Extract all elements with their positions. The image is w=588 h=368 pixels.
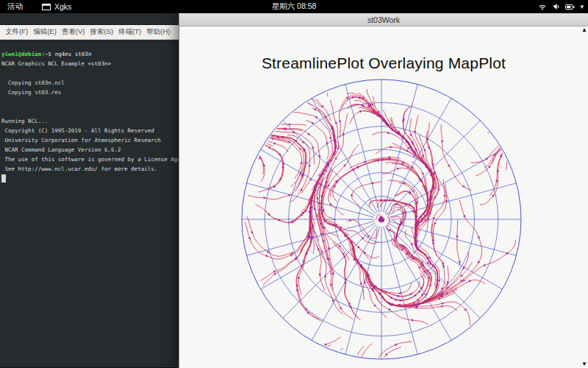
app-menu-button[interactable]: Xgks <box>42 2 71 11</box>
terminal-line <box>1 107 177 116</box>
plot-canvas: StreamlinePlot Overlaying MapPlot ▲ ▼ <box>179 26 588 368</box>
terminal-cursor <box>1 174 6 183</box>
streamline-map-plot <box>179 26 588 368</box>
terminal-line <box>1 97 177 107</box>
activities-button[interactable]: 活动 <box>7 1 23 12</box>
prompt-suffix: :~$ <box>41 51 51 57</box>
terminal-output[interactable]: yiwei@debian:~$ng4ex st03n NCAR Graphics… <box>0 40 179 367</box>
menu-search[interactable]: 搜索(S) <box>90 27 113 37</box>
terminal-line: University Corporation for Atmospheric R… <box>1 135 177 145</box>
app-menu-label: Xgks <box>54 2 71 11</box>
menu-terminal[interactable]: 终端(T) <box>118 27 141 37</box>
command-text: ng4ex st03n <box>55 51 92 57</box>
prompt-line: yiwei@debian:~$ng4ex st03n <box>1 49 177 59</box>
terminal-line: Copyright (C) 1995-2019 - All Rights Res… <box>1 126 177 135</box>
menu-help[interactable]: 帮助(H) <box>146 27 170 37</box>
terminal-window: 文件(F) 编辑(E) 查看(V) 搜索(S) 终端(T) 帮助(H) yiwe… <box>0 13 179 368</box>
scroll-up-icon[interactable]: ▲ <box>581 27 587 33</box>
terminal-line: Copying st03n.ncl <box>1 78 177 88</box>
menu-view[interactable]: 查看(V) <box>62 27 85 37</box>
terminal-line: See http://www.ncl.ucar.edu/ for more de… <box>1 164 177 174</box>
st03work-titlebar[interactable]: st03Work <box>179 13 588 26</box>
system-tray[interactable]: ▾ <box>538 0 584 13</box>
terminal-line: Copying st03.res <box>1 88 177 97</box>
scroll-down-icon[interactable]: ▼ <box>581 361 587 367</box>
network-icon <box>538 3 547 10</box>
menu-edit[interactable]: 编辑(E) <box>33 27 57 37</box>
menu-file[interactable]: 文件(F) <box>5 27 28 37</box>
terminal-line: NCAR Graphics NCL Example <st03n> <box>1 59 177 68</box>
window-title: st03Work <box>368 15 400 24</box>
terminal-menubar: 文件(F) 编辑(E) 查看(V) 搜索(S) 终端(T) 帮助(H) <box>0 25 179 40</box>
prompt-user: yiwei@debian <box>1 51 41 57</box>
battery-icon <box>565 3 575 11</box>
chevron-down-icon: ▾ <box>580 0 584 13</box>
terminal-line <box>1 68 177 78</box>
clock[interactable]: 星期六 08:58 <box>0 1 588 12</box>
terminal-line: The use of this software is governed by … <box>1 155 177 164</box>
top-bar: 活动 Xgks 星期六 08:58 ▾ <box>0 0 588 13</box>
terminal-line: Running NCL... <box>1 116 177 126</box>
window-icon <box>42 4 51 10</box>
st03work-window: st03Work StreamlinePlot Overlaying MapPl… <box>179 13 588 368</box>
terminal-titlebar[interactable] <box>0 13 179 25</box>
terminal-line: NCAR Command Language Version 6.6.2 <box>1 145 177 155</box>
plot-title: StreamlinePlot Overlaying MapPlot <box>179 54 588 72</box>
volume-icon <box>552 3 560 10</box>
